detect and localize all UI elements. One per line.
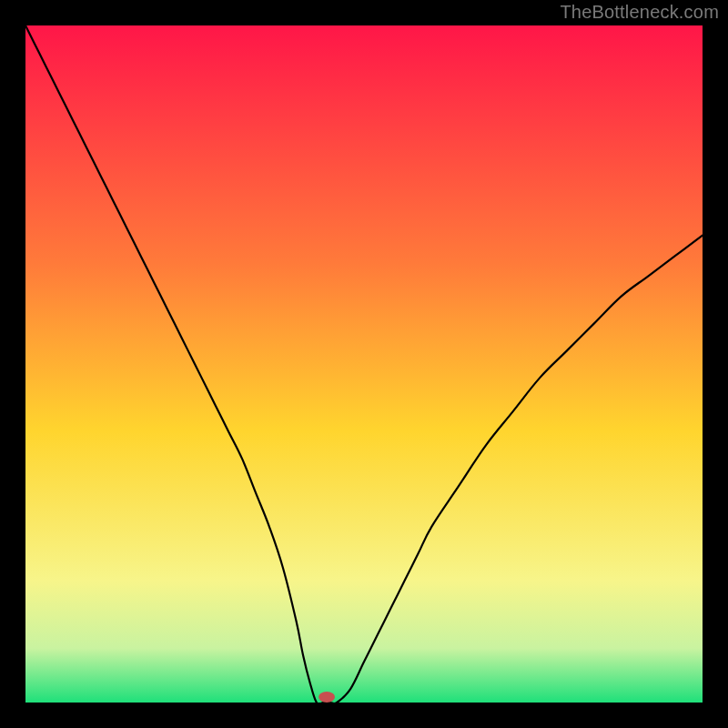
gradient-background xyxy=(25,25,703,703)
watermark-text: TheBottleneck.com xyxy=(560,2,719,23)
min-marker xyxy=(318,692,335,703)
bottleneck-chart xyxy=(0,0,728,728)
